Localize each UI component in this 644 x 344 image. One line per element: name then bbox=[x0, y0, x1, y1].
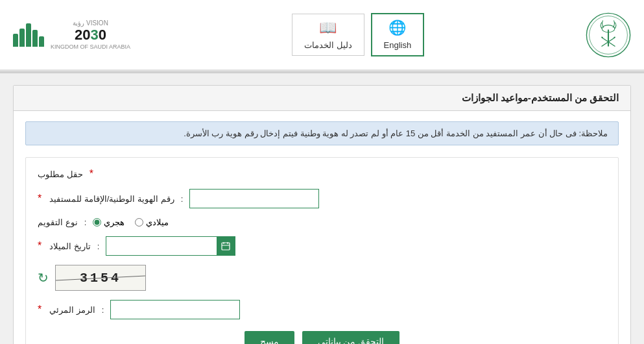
required-note-row: * حقل مطلوب bbox=[38, 168, 606, 180]
svg-rect-8 bbox=[222, 243, 230, 250]
services-button-label: دليل الخدمات bbox=[304, 40, 352, 50]
card-body: ملاحظة: فى حال أن عمر المستفيد من الخدمة… bbox=[14, 111, 630, 344]
captcha-image-row: 3154 ↻ bbox=[38, 265, 606, 291]
english-language-button[interactable]: 🌐 English bbox=[371, 13, 425, 56]
birthdate-required-star: * bbox=[38, 240, 42, 252]
hijri-radio-item[interactable]: هجري bbox=[93, 217, 125, 227]
id-label: رقم الهوية الوطنية/الإقامة للمستفيد bbox=[49, 194, 174, 204]
refresh-captcha-button[interactable]: ↻ bbox=[38, 270, 49, 286]
calendar-type-label: نوع التقويم bbox=[38, 217, 78, 227]
vision-label: VISION رؤية bbox=[73, 19, 108, 27]
absher-logo bbox=[13, 23, 44, 47]
birthdate-row: : تاريخ الميلاد * bbox=[38, 236, 606, 256]
id-number-row: : رقم الهوية الوطنية/الإقامة للمستفيد * bbox=[38, 189, 606, 208]
main-content: التحقق من المستخدم-مواعيد الجوازات ملاحظ… bbox=[0, 73, 644, 344]
birthdate-colon: : bbox=[97, 241, 100, 251]
required-star: * bbox=[89, 168, 93, 180]
services-guide-button[interactable]: 📖 دليل الخدمات bbox=[292, 14, 364, 56]
id-number-input[interactable] bbox=[189, 189, 319, 208]
clear-button[interactable]: مسح bbox=[244, 331, 294, 344]
miladi-radio[interactable] bbox=[135, 218, 143, 227]
form-buttons: التحقق من بياناتي مسح bbox=[38, 331, 606, 344]
id-required-star: * bbox=[38, 193, 42, 204]
captcha-label: الرمز المرئي bbox=[49, 305, 95, 315]
id-colon: : bbox=[181, 194, 184, 204]
header-center: 🌐 English 📖 دليل الخدمات bbox=[292, 13, 424, 56]
vision-year: 2030 bbox=[75, 27, 106, 43]
kingdom-label: KINGDOM OF SAUDI ARABIA bbox=[51, 43, 130, 50]
english-button-label: English bbox=[384, 40, 412, 50]
saudi-emblem bbox=[586, 12, 631, 58]
header: 🌐 English 📖 دليل الخدمات VISION رؤية 203… bbox=[0, 0, 644, 71]
calendar-colon: : bbox=[84, 217, 87, 227]
date-input-wrap bbox=[106, 236, 235, 256]
form-card: التحقق من المستخدم-مواعيد الجوازات ملاحظ… bbox=[13, 85, 631, 344]
captcha-value: 3154 bbox=[80, 271, 121, 286]
card-title: التحقق من المستخدم-مواعيد الجوازات bbox=[14, 86, 630, 111]
captcha-wrap: 3154 ↻ bbox=[38, 265, 146, 291]
calendar-type-row: ميلادي هجري : نوع التقويم bbox=[38, 217, 606, 227]
captcha-colon: : bbox=[102, 305, 104, 315]
globe-icon: 🌐 bbox=[388, 19, 406, 36]
calendar-radio-group: ميلادي هجري bbox=[93, 217, 169, 227]
notice-text: ملاحظة: فى حال أن عمر المستفيد من الخدمة… bbox=[25, 121, 619, 145]
hijri-label: هجري bbox=[104, 217, 125, 227]
captcha-input[interactable] bbox=[110, 300, 240, 319]
miladi-label: ميلادي bbox=[146, 217, 169, 227]
captcha-required-star: * bbox=[38, 304, 42, 315]
book-icon: 📖 bbox=[319, 19, 337, 36]
birthdate-input[interactable] bbox=[106, 237, 217, 255]
vision-2030-logo: VISION رؤية 2030 KINGDOM OF SAUDI ARABIA bbox=[51, 19, 130, 50]
captcha-input-row: : الرمز المرئي * bbox=[38, 300, 606, 319]
form-section: * حقل مطلوب : رقم الهوية الوطنية/الإقامة… bbox=[25, 157, 619, 344]
hijri-radio[interactable] bbox=[93, 218, 101, 227]
captcha-image: 3154 bbox=[55, 265, 146, 291]
calendar-icon[interactable] bbox=[217, 236, 235, 256]
header-left: VISION رؤية 2030 KINGDOM OF SAUDI ARABIA bbox=[13, 19, 130, 50]
header-right bbox=[586, 12, 631, 58]
birthdate-label: تاريخ الميلاد bbox=[49, 241, 91, 251]
miladi-radio-item[interactable]: ميلادي bbox=[135, 217, 169, 227]
required-note-label: حقل مطلوب bbox=[38, 169, 83, 179]
verify-button[interactable]: التحقق من بياناتي bbox=[302, 331, 400, 344]
